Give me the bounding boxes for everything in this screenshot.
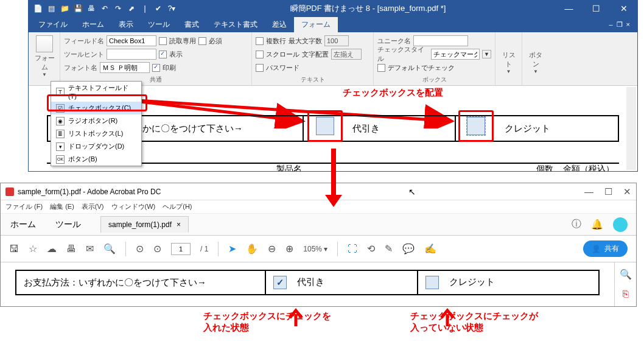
search-panel-icon[interactable]: 🔍 xyxy=(620,268,632,280)
minimize-button[interactable]: ― xyxy=(555,1,583,16)
hand-icon[interactable]: ✋ xyxy=(246,243,258,254)
prev-page-icon[interactable]: ⊙ xyxy=(136,243,144,254)
mail-icon[interactable]: ✉ xyxy=(86,243,94,254)
person-icon: 👤 xyxy=(592,245,601,253)
page-input[interactable] xyxy=(171,243,191,255)
scrollbar[interactable] xyxy=(626,87,636,170)
print-icon[interactable]: 🖶 xyxy=(66,244,76,254)
search-icon[interactable]: 🔍 xyxy=(103,243,116,254)
next-page-icon[interactable]: ⊙ xyxy=(153,243,161,254)
rotate-icon[interactable]: ⟲ xyxy=(367,243,375,254)
visible-checkbox[interactable] xyxy=(159,51,167,58)
mdi-min-icon[interactable]: – xyxy=(609,21,612,29)
titlebar: 📄 ▤ 📁 💾 🖶 ↶ ↷ ⬈ | ✔ ?▾ 瞬簡PDF 書けまっせ 8 - [… xyxy=(29,1,637,16)
zoom-in-icon[interactable]: ⊕ xyxy=(285,243,293,254)
qat-open-icon[interactable]: 📁 xyxy=(59,3,70,14)
placed-checkbox-1[interactable] xyxy=(307,110,343,142)
menu-file[interactable]: ファイル xyxy=(31,17,75,32)
menu-merge[interactable]: 差込 xyxy=(265,17,294,32)
form-dropdown-button[interactable]: フォーム ▼ xyxy=(32,35,57,77)
menu-edit[interactable]: 編集 (E) xyxy=(50,202,74,211)
dd-dropdown[interactable]: ▾ドロップダウン(D) xyxy=(51,140,141,153)
highlight-icon[interactable]: ✎ xyxy=(385,243,393,254)
multiline-checkbox xyxy=(256,37,264,45)
menu-home[interactable]: ホーム xyxy=(75,17,111,32)
listbox-icon: ≣ xyxy=(56,130,65,138)
cursor-icon: ↖ xyxy=(408,187,416,197)
qat-save-icon[interactable]: 💾 xyxy=(72,3,83,14)
qat-help-icon[interactable]: ?▾ xyxy=(166,3,177,14)
tab-home[interactable]: ホーム xyxy=(1,219,46,230)
print-checkbox[interactable] xyxy=(152,64,160,72)
share-button[interactable]: 👤共有 xyxy=(583,240,628,257)
tab-file[interactable]: sample_form(1).pdf× xyxy=(100,216,189,233)
maximize-button[interactable]: ☐ xyxy=(604,186,612,197)
sign-icon[interactable]: ✍ xyxy=(424,243,436,254)
checkbox-checked[interactable]: ✓ xyxy=(273,276,287,289)
menu-format[interactable]: 書式 xyxy=(177,17,206,32)
maxchars-input xyxy=(324,35,349,46)
maximize-button[interactable]: ☐ xyxy=(583,1,610,16)
button-button[interactable]: ボタン▼ xyxy=(522,32,549,85)
zoom-out-icon[interactable]: ⊖ xyxy=(268,243,276,254)
acrobat-document: お支払方法：いずれかに〇をつけて下さい→ ✓ 代引き クレジット 🔍 ⎘ xyxy=(1,262,636,306)
export-panel-icon[interactable]: ⎘ xyxy=(623,289,629,300)
qat-redo-icon[interactable]: ↷ xyxy=(113,3,124,14)
qat-pointer-icon[interactable]: ⬈ xyxy=(126,3,137,14)
menu-form[interactable]: フォーム xyxy=(294,17,338,32)
avatar[interactable] xyxy=(613,217,628,232)
star-icon[interactable]: ☆ xyxy=(29,243,37,254)
help-icon[interactable]: ⓘ xyxy=(572,218,581,231)
chevron-down-icon[interactable]: ▼ xyxy=(482,50,491,58)
dd-radio[interactable]: ◉ラジオボタン(R) xyxy=(51,114,141,127)
bell-icon[interactable]: 🔔 xyxy=(591,219,603,230)
close-button[interactable]: ✕ xyxy=(610,1,637,16)
qat-text-icon[interactable]: | xyxy=(139,3,150,14)
dd-textfield[interactable]: Tテキストフィールド(T) xyxy=(51,82,141,102)
fit-icon[interactable]: ⛶ xyxy=(348,244,357,254)
menu-view[interactable]: 表示 xyxy=(111,17,141,32)
tooltip-input[interactable] xyxy=(107,49,156,60)
mdi-max-icon[interactable]: ❐ xyxy=(617,21,623,29)
menubar: ファイル ホーム 表示 ツール 書式 テキスト書式 差込 フォーム –❐× xyxy=(29,16,637,32)
qat-undo-icon[interactable]: ↶ xyxy=(99,3,110,14)
field-name-input[interactable] xyxy=(107,35,156,46)
acrobat-icon xyxy=(5,188,14,196)
dd-button[interactable]: OKボタン(B) xyxy=(51,153,141,166)
comment-icon[interactable]: 💬 xyxy=(402,243,415,254)
menu-tool[interactable]: ツール xyxy=(141,17,177,32)
list-button[interactable]: リスト▼ xyxy=(495,32,522,85)
select-icon[interactable]: ➤ xyxy=(228,243,236,254)
minimize-button[interactable]: ― xyxy=(584,186,593,197)
dd-checkbox[interactable]: ☑チェックボックス(C) xyxy=(51,102,141,114)
checkbox-unchecked[interactable] xyxy=(425,276,439,289)
tab-tool[interactable]: ツール xyxy=(46,219,91,230)
placed-checkbox-2[interactable] xyxy=(458,110,494,142)
font-input[interactable] xyxy=(100,62,150,73)
readonly-checkbox[interactable] xyxy=(159,37,167,45)
ribbon-group-text: 複数行 最大文字数 スクロール 文字配置 パスワード テキスト xyxy=(252,32,374,85)
required-checkbox[interactable] xyxy=(198,37,206,45)
zoom-select[interactable]: 105% ▾ xyxy=(303,245,327,253)
table-row: お支払方法：いずれかに〇をつけて下さい→ ✓ 代引き クレジット xyxy=(16,270,599,295)
menu-view[interactable]: 表示(V) xyxy=(82,202,104,211)
dd-listbox[interactable]: ≣リストボックス(L) xyxy=(51,127,141,140)
default-check-checkbox[interactable] xyxy=(377,64,385,72)
close-tab-icon[interactable]: × xyxy=(177,220,181,229)
scroll-checkbox xyxy=(256,51,264,58)
menu-help[interactable]: ヘルプ(H) xyxy=(163,202,192,211)
menu-window[interactable]: ウィンドウ(W) xyxy=(111,202,156,211)
qat-check-icon[interactable]: ✔ xyxy=(153,3,164,14)
qat-new-icon[interactable]: ▤ xyxy=(46,3,57,14)
menu-file[interactable]: ファイル (F) xyxy=(5,202,43,211)
close-button[interactable]: ✕ xyxy=(623,186,631,197)
cloud-icon[interactable]: ☁ xyxy=(47,243,57,254)
mdi-close-icon[interactable]: × xyxy=(626,21,630,29)
save-icon[interactable]: 🖫 xyxy=(9,244,19,254)
menu-textformat[interactable]: テキスト書式 xyxy=(206,17,265,32)
acrobat-title: sample_form(1).pdf - Adobe Acrobat Pro D… xyxy=(18,188,161,196)
qat-print-icon[interactable]: 🖶 xyxy=(86,3,97,14)
acrobat-toolbar: 🖫 ☆ ☁ 🖶 ✉ 🔍 ⊙ ⊙ / 1 ➤ ✋ ⊖ ⊕ 105% ▾ ⛶ ⟲ ✎… xyxy=(1,236,636,262)
right-sidebar: 🔍 ⎘ xyxy=(614,262,636,306)
checkstyle-select[interactable] xyxy=(431,49,480,60)
